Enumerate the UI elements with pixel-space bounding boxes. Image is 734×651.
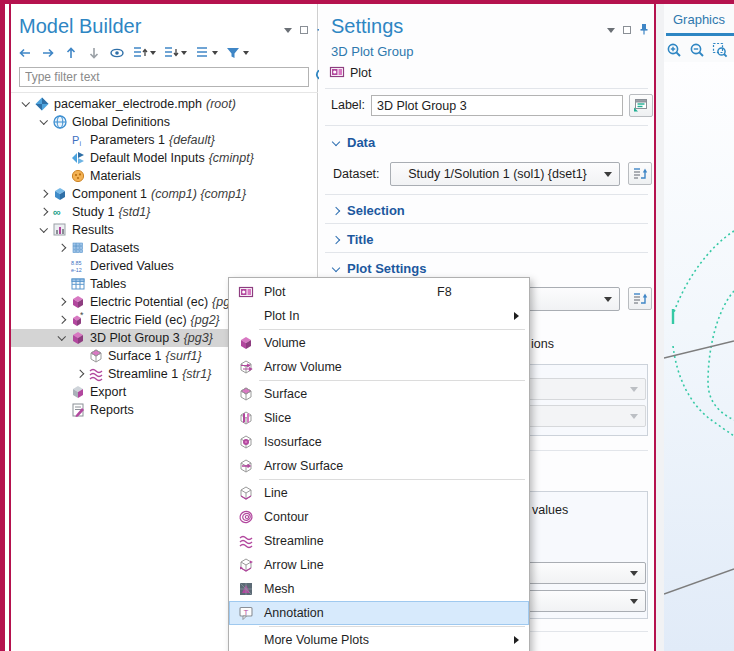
chevron-down-icon[interactable] bbox=[55, 331, 69, 345]
tree-item-component-1[interactable]: Component 1(comp1) {comp1} bbox=[11, 185, 318, 203]
menu-item-isosurface[interactable]: Isosurface bbox=[229, 430, 529, 454]
tree-item-tag: (root) bbox=[206, 97, 236, 111]
tree-item-tag: {pg3} bbox=[184, 331, 213, 345]
tree-item-default-model-inputs[interactable]: Default Model Inputs{cminpt} bbox=[11, 149, 318, 167]
menu-item-label: Contour bbox=[264, 510, 308, 524]
tree-item-derived-values[interactable]: 8.85e-12Derived Values bbox=[11, 257, 318, 275]
menu-item-streamline[interactable]: Streamline bbox=[229, 529, 529, 553]
menu-item-mesh[interactable]: Mesh bbox=[229, 577, 529, 601]
menu-item-line[interactable]: Line bbox=[229, 481, 529, 505]
section-data[interactable]: Data bbox=[333, 135, 375, 150]
back-arrow-icon[interactable] bbox=[17, 45, 33, 61]
tree-item-study-1[interactable]: ∞Study 1{std1} bbox=[11, 203, 318, 221]
reports-icon bbox=[69, 402, 87, 418]
chevron-spacer bbox=[55, 169, 69, 183]
tab-graphics[interactable]: Graphics bbox=[664, 12, 734, 27]
tree-item-parameters-1[interactable]: PiParameters 1{default} bbox=[11, 131, 318, 149]
mesh-icon bbox=[236, 580, 256, 598]
chevron-down-icon bbox=[630, 571, 638, 576]
menu-item-label: Plot In bbox=[264, 309, 299, 323]
zoom-in-icon[interactable] bbox=[666, 42, 682, 62]
tree-item-pacemaker-electrode-mph[interactable]: pacemaker_electrode.mph(root) bbox=[11, 95, 318, 113]
tree-item-datasets[interactable]: Datasets bbox=[11, 239, 318, 257]
expand-all-icon[interactable] bbox=[132, 45, 156, 61]
zoom-out-icon[interactable] bbox=[689, 42, 705, 62]
collapse-all-icon[interactable] bbox=[163, 45, 187, 61]
chevron-right-icon[interactable] bbox=[55, 241, 69, 255]
section-title[interactable]: Title bbox=[333, 232, 374, 247]
label-input[interactable] bbox=[371, 95, 623, 116]
parameters-icon: Pi bbox=[69, 132, 87, 148]
chevron-down-icon bbox=[181, 51, 187, 55]
chevron-down-icon bbox=[604, 172, 612, 177]
menu-item-label: Streamline bbox=[264, 534, 324, 548]
divider bbox=[11, 92, 318, 93]
zoom-extents-icon[interactable] bbox=[712, 42, 728, 62]
chevron-down-icon[interactable] bbox=[37, 115, 51, 129]
menu-item-arrow-volume[interactable]: Arrow Volume bbox=[229, 355, 529, 379]
svg-text:i: i bbox=[80, 140, 82, 147]
model-inputs-icon bbox=[69, 150, 87, 166]
active-tab-underline bbox=[666, 33, 734, 36]
plot-button[interactable]: Plot bbox=[329, 63, 372, 83]
slice-icon bbox=[236, 409, 256, 427]
menu-item-more-volume-plots[interactable]: More Volume Plots bbox=[229, 628, 529, 651]
panel-menu-icon[interactable] bbox=[607, 28, 615, 33]
forward-arrow-icon[interactable] bbox=[40, 45, 56, 61]
menu-item-plot-in[interactable]: Plot In bbox=[229, 304, 529, 328]
svg-text:8.85: 8.85 bbox=[71, 260, 82, 266]
menu-item-label: Mesh bbox=[264, 582, 295, 596]
show-icon[interactable] bbox=[109, 45, 125, 61]
window-border bbox=[654, 4, 656, 651]
float-icon[interactable] bbox=[300, 26, 308, 34]
line-icon bbox=[236, 484, 256, 502]
legend-label-fragment: values bbox=[532, 503, 568, 517]
section-selection[interactable]: Selection bbox=[333, 203, 405, 218]
tree-item-label: Export bbox=[90, 385, 126, 399]
divider bbox=[325, 223, 648, 224]
svg-text:e-12: e-12 bbox=[71, 267, 82, 273]
tree-item-tag: {std1} bbox=[118, 205, 150, 219]
menu-item-arrow-line[interactable]: Arrow Line bbox=[229, 553, 529, 577]
menu-item-plot[interactable]: PlotF8 bbox=[229, 280, 529, 304]
filter-icon[interactable] bbox=[225, 45, 249, 61]
tree-item-results[interactable]: Results bbox=[11, 221, 318, 239]
streamline-icon bbox=[87, 366, 105, 382]
rename-toggle-button[interactable] bbox=[629, 94, 653, 117]
move-up-icon[interactable] bbox=[63, 45, 79, 61]
tree-item-materials[interactable]: Materials bbox=[11, 167, 318, 185]
chevron-right-icon[interactable] bbox=[37, 205, 51, 219]
menu-item-slice[interactable]: Slice bbox=[229, 406, 529, 430]
model-tree-nodes-icon[interactable] bbox=[194, 45, 218, 61]
chevron-down-icon[interactable] bbox=[19, 97, 33, 111]
menu-item-contour[interactable]: Contour bbox=[229, 505, 529, 529]
dataset-select[interactable]: Study 1/Solution 1 (sol1) {dset1} bbox=[390, 162, 620, 186]
section-plot-settings[interactable]: Plot Settings bbox=[333, 261, 426, 276]
tree-item-label: Component 1 bbox=[72, 187, 147, 201]
chevron-down-icon[interactable] bbox=[37, 223, 51, 237]
tree-item-label: Global Definitions bbox=[72, 115, 170, 129]
component-icon bbox=[51, 186, 69, 202]
move-down-icon[interactable] bbox=[86, 45, 102, 61]
pin-icon[interactable] bbox=[639, 21, 649, 39]
graphics-viewport[interactable] bbox=[664, 62, 734, 651]
3d-model-wireframe bbox=[664, 62, 734, 651]
float-icon[interactable] bbox=[623, 26, 631, 34]
chevron-right-icon[interactable] bbox=[37, 187, 51, 201]
menu-item-annotation[interactable]: TAnnotation bbox=[229, 601, 529, 625]
study-icon: ∞ bbox=[51, 204, 69, 220]
chevron-right-icon[interactable] bbox=[55, 313, 69, 327]
panel-menu-icon[interactable] bbox=[284, 28, 292, 33]
tree-item-global-definitions[interactable]: Global Definitions bbox=[11, 113, 318, 131]
go-to-view-button[interactable] bbox=[628, 287, 652, 310]
go-to-source-button[interactable] bbox=[628, 162, 652, 185]
menu-item-volume[interactable]: Volume bbox=[229, 331, 529, 355]
menu-item-arrow-surface[interactable]: Arrow Surface bbox=[229, 454, 529, 478]
menu-item-surface[interactable]: Surface bbox=[229, 382, 529, 406]
chevron-right-icon[interactable] bbox=[55, 295, 69, 309]
chevron-right-icon[interactable] bbox=[73, 367, 87, 381]
tree-item-label: Surface 1 bbox=[108, 349, 162, 363]
filter-input[interactable] bbox=[19, 67, 309, 87]
arrow-surface-icon bbox=[236, 457, 256, 475]
dataset-label: Dataset: bbox=[333, 167, 380, 181]
